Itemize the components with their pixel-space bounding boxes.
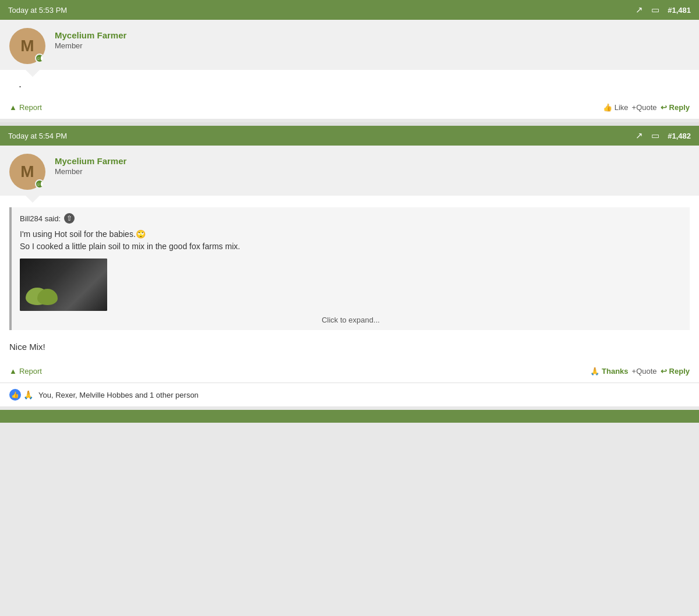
post-2-content: Bill284 said: ⇧ I'm using Hot soil for t… (0, 196, 699, 362)
reactions-bar: 👍 🙏 You, Rexer, Melville Hobbes and 1 ot… (0, 383, 699, 406)
post-2-thanks-button[interactable]: 🙏 Thanks (590, 367, 629, 376)
post-2-report-label: Report (19, 367, 42, 376)
post-1-number: #1,481 (668, 6, 691, 15)
post-2-share-icon[interactable]: ↗ (636, 130, 643, 141)
quote-line-1: I'm using Hot soil for the babies.🙄 (20, 228, 682, 240)
post-2-reply-label: Reply (669, 367, 690, 376)
post-2-report-button[interactable]: ▲ Report (9, 367, 42, 376)
reaction-icons: 👍 🙏 (9, 389, 34, 401)
post-1-speech-tail (26, 70, 40, 77)
flag-icon: ▲ (9, 103, 17, 112)
post-1-report-button[interactable]: ▲ Report (9, 103, 42, 112)
post-2-avatar-letter: M (20, 162, 34, 181)
like-reaction-icon: 👍 (9, 389, 21, 401)
post-2-thanks-label: Thanks (602, 367, 629, 376)
post-1-avatar-letter: M (20, 37, 34, 55)
post-1-user-details: Mycelium Farmer Member (55, 28, 126, 50)
quote-image[interactable] (20, 259, 107, 311)
post-2-user-icon: ☺ (36, 182, 41, 187)
post-1-content: . (0, 70, 699, 98)
bottom-bar (0, 410, 699, 423)
post-2-main-content: Nice Mix! (9, 338, 690, 354)
post-1-header-right: ↗ ▭ #1,481 (636, 5, 691, 15)
quote-line-2: So I cooked a little plain soil to mix i… (20, 240, 682, 253)
user-icon: ☺ (36, 56, 41, 61)
post-1-reply-button[interactable]: ↩ Reply (661, 103, 690, 112)
quote-author: Bill284 said: (20, 214, 61, 223)
post-2-username[interactable]: Mycelium Farmer (55, 156, 126, 166)
post-1-username[interactable]: Mycelium Farmer (55, 30, 126, 40)
post-2-bookmark-icon[interactable]: ▭ (651, 130, 659, 141)
post-2-user-details: Mycelium Farmer Member (55, 154, 126, 176)
post-2-quote-label: +Quote (632, 367, 657, 376)
post-2-flag-icon: ▲ (9, 367, 17, 376)
bookmark-icon[interactable]: ▭ (651, 5, 659, 15)
thanks-icon: 🙏 (590, 367, 599, 376)
post-1-user-info: M ☺ Mycelium Farmer Member (0, 20, 699, 70)
post-1-avatar[interactable]: M ☺ (9, 28, 45, 64)
post-2: Today at 5:54 PM ↗ ▭ #1,482 M ☺ Mycelium… (0, 126, 699, 406)
post-2-role: Member (55, 167, 126, 176)
post-1-actions: ▲ Report 👍 Like +Quote ↩ Reply (0, 98, 699, 119)
post-1-timestamp: Today at 5:53 PM (8, 6, 67, 15)
post-2-number: #1,482 (668, 132, 691, 140)
thumbsup-icon: 👍 (603, 103, 612, 112)
post-2-speech-tail (26, 196, 40, 203)
post-1-report-label: Report (19, 103, 42, 112)
quote-block: Bill284 said: ⇧ I'm using Hot soil for t… (9, 207, 690, 330)
post-2-avatar[interactable]: M ☺ (9, 154, 45, 190)
reactions-text: You, Rexer, Melville Hobbes and 1 other … (38, 391, 199, 399)
thanks-reaction-icon: 🙏 (22, 389, 34, 401)
post-2-actions: ▲ Report 🙏 Thanks +Quote ↩ Reply (0, 362, 699, 383)
post-2-action-right: 🙏 Thanks +Quote ↩ Reply (590, 367, 690, 376)
click-expand-button[interactable]: Click to expand... (20, 316, 682, 324)
post-2-quote-button[interactable]: +Quote (632, 367, 657, 376)
post-2-action-left: ▲ Report (9, 367, 42, 376)
post-1-role: Member (55, 41, 126, 50)
post-1-like-button[interactable]: 👍 Like (603, 103, 629, 112)
post-1-quote-button[interactable]: +Quote (632, 103, 657, 112)
post-2-online-indicator: ☺ (35, 179, 44, 189)
post-1-online-indicator: ☺ (35, 54, 44, 63)
post-1-action-right: 👍 Like +Quote ↩ Reply (603, 103, 690, 112)
reply-arrow-icon: ↩ (661, 103, 667, 112)
quote-image-inner (20, 259, 107, 311)
share-icon[interactable]: ↗ (636, 5, 643, 15)
post-1-reply-label: Reply (669, 103, 690, 112)
post-1-quote-label: +Quote (632, 103, 657, 112)
post-2-header: Today at 5:54 PM ↗ ▭ #1,482 (0, 126, 699, 146)
post-2-timestamp: Today at 5:54 PM (8, 132, 67, 140)
post-1-like-label: Like (615, 103, 629, 112)
quote-text: I'm using Hot soil for the babies.🙄 So I… (20, 228, 682, 253)
post-1-header: Today at 5:53 PM ↗ ▭ #1,481 (0, 0, 699, 20)
quote-attribution: Bill284 said: ⇧ (20, 213, 682, 224)
quote-up-icon[interactable]: ⇧ (64, 213, 75, 224)
post-1-action-left: ▲ Report (9, 103, 42, 112)
post-2-user-info: M ☺ Mycelium Farmer Member (0, 146, 699, 196)
post-2-reply-arrow-icon: ↩ (661, 367, 667, 376)
post-1: Today at 5:53 PM ↗ ▭ #1,481 M ☺ Mycelium… (0, 0, 699, 119)
post-2-reply-button[interactable]: ↩ Reply (661, 367, 690, 376)
post-2-header-right: ↗ ▭ #1,482 (636, 130, 691, 141)
